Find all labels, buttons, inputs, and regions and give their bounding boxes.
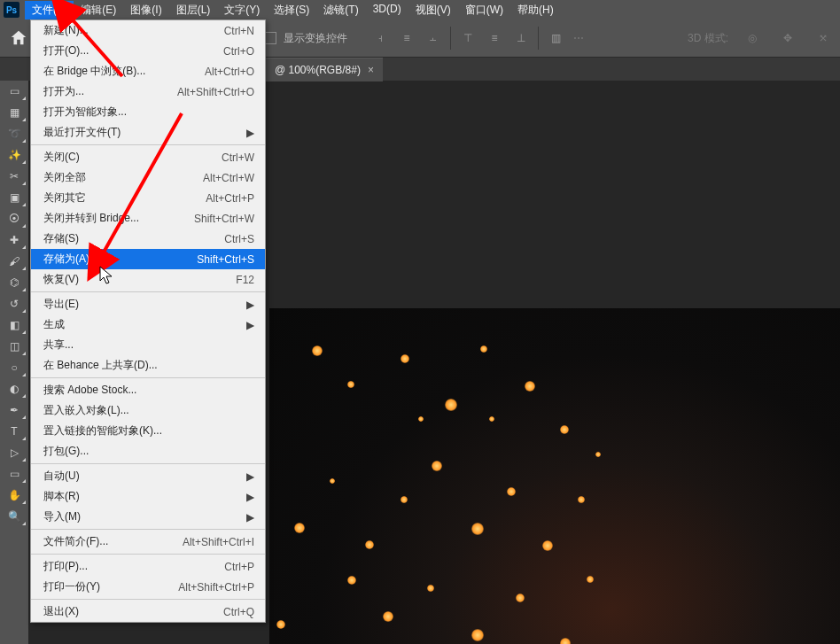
menu-item[interactable]: 打包(G)...: [31, 441, 265, 462]
close-icon[interactable]: ×: [368, 64, 374, 76]
menu-item[interactable]: 关闭其它Alt+Ctrl+P: [31, 188, 265, 208]
history-brush-tool[interactable]: ↺: [2, 294, 27, 314]
spark: [312, 345, 323, 356]
pen-tool[interactable]: ✒: [2, 400, 27, 420]
align-right-icon[interactable]: ⫠: [422, 28, 445, 48]
menu-item[interactable]: 打开为智能对象...: [31, 102, 265, 122]
menu-item[interactable]: 存储(S)Ctrl+S: [31, 229, 265, 249]
menu-window[interactable]: 窗口(W): [458, 1, 510, 19]
dodge-tool[interactable]: ◐: [2, 379, 27, 399]
spark: [578, 496, 585, 503]
menu-item[interactable]: 存储为(A)...Shift+Ctrl+S: [31, 249, 265, 269]
zoom-tool[interactable]: 🔍: [2, 507, 27, 526]
menu-item[interactable]: 打印(P)...Ctrl+P: [31, 556, 265, 577]
menu-separator: [31, 463, 265, 464]
rectangle-tool[interactable]: ▭: [2, 464, 27, 484]
menu-item-label: 新建(N)...: [43, 23, 224, 38]
spark: [595, 452, 601, 457]
flyout-indicator-icon: [22, 97, 26, 100]
eyedropper-tool[interactable]: ⦿: [2, 209, 27, 229]
menu-item-shortcut: Ctrl+N: [224, 25, 254, 37]
more-options-icon[interactable]: ⋯: [567, 28, 590, 48]
menu-image[interactable]: 图像(I): [123, 1, 168, 19]
menu-item[interactable]: 在 Bridge 中浏览(B)...Alt+Ctrl+O: [31, 61, 265, 81]
3d-slide-icon[interactable]: ⤧: [812, 28, 835, 48]
3d-mode-label: 3D 模式:: [688, 31, 728, 46]
menu-edit[interactable]: 编辑(E): [74, 1, 123, 19]
menu-type[interactable]: 文字(Y): [217, 1, 267, 19]
menu-item[interactable]: 关闭并转到 Bridge...Shift+Ctrl+W: [31, 208, 265, 229]
menu-item[interactable]: 在 Behance 上共享(D)...: [31, 355, 265, 376]
menu-item[interactable]: 打开(O)...Ctrl+O: [31, 41, 265, 61]
align-center-h-icon[interactable]: ≡: [395, 28, 418, 48]
menu-item[interactable]: 脚本(R)▶: [31, 486, 265, 507]
brush-tool[interactable]: 🖌: [2, 252, 27, 271]
menu-item-shortcut: Alt+Shift+Ctrl+O: [177, 86, 254, 98]
show-transform-controls-label: 显示变换控件: [284, 31, 347, 46]
menu-item[interactable]: 置入链接的智能对象(K)...: [31, 421, 265, 441]
menu-item-label: 自动(U): [43, 469, 241, 484]
menu-item[interactable]: 导入(M)▶: [31, 507, 265, 527]
frame-tool[interactable]: ▣: [2, 188, 27, 207]
marquee-tool[interactable]: ▦: [2, 103, 27, 122]
menu-item-label: 打开为智能对象...: [43, 105, 254, 120]
menu-layer[interactable]: 图层(L): [169, 1, 218, 19]
3d-orbit-icon[interactable]: ◎: [741, 28, 764, 48]
checkbox[interactable]: [264, 32, 276, 44]
submenu-arrow-icon: ▶: [246, 491, 254, 503]
spark: [383, 611, 393, 622]
stamp-tool[interactable]: ⌬: [2, 273, 27, 292]
type-tool[interactable]: T: [2, 422, 27, 441]
menu-item[interactable]: 置入嵌入对象(L)...: [31, 400, 265, 421]
menu-item[interactable]: 恢复(V)F12: [31, 269, 265, 290]
gradient-tool[interactable]: ◫: [2, 337, 27, 356]
crop-icon: ✂: [10, 170, 19, 182]
3d-pan-icon[interactable]: ✥: [776, 28, 799, 48]
menu-item-label: 置入链接的智能对象(K)...: [43, 423, 254, 438]
eraser-tool[interactable]: ◧: [2, 315, 27, 335]
menu-filter[interactable]: 滤镜(T): [316, 1, 365, 19]
menu-item[interactable]: 打印一份(Y)Alt+Shift+Ctrl+P: [31, 577, 265, 597]
spark: [516, 594, 525, 602]
document-tab[interactable]: @ 100%(RGB/8#) ×: [266, 58, 383, 81]
menu-file[interactable]: 文件(F): [25, 1, 74, 19]
menu-select[interactable]: 选择(S): [267, 1, 316, 19]
menu-item[interactable]: 搜索 Adobe Stock...: [31, 380, 265, 400]
menu-item[interactable]: 共享...: [31, 335, 265, 355]
document-title: @ 100%(RGB/8#): [275, 64, 361, 76]
menu-3d[interactable]: 3D(D): [366, 1, 408, 19]
align-left-icon[interactable]: ⫞: [369, 28, 392, 48]
artboard-tool[interactable]: ▭: [2, 81, 27, 101]
home-icon[interactable]: [5, 25, 32, 51]
menu-item[interactable]: 自动(U)▶: [31, 466, 265, 486]
menu-item[interactable]: 关闭(C)Ctrl+W: [31, 147, 265, 167]
flyout-indicator-icon: [22, 437, 26, 440]
menu-item[interactable]: 关闭全部Alt+Ctrl+W: [31, 167, 265, 188]
blur-tool[interactable]: ○: [2, 358, 27, 377]
menu-item[interactable]: 生成▶: [31, 314, 265, 335]
hand-tool[interactable]: ✋: [2, 485, 27, 505]
menu-item-label: 关闭并转到 Bridge...: [43, 211, 194, 226]
menu-item[interactable]: 打开为...Alt+Shift+Ctrl+O: [31, 81, 265, 102]
align-bottom-icon[interactable]: ⊥: [509, 28, 533, 48]
magic-wand-tool[interactable]: ✨: [2, 145, 27, 165]
menu-item-label: 脚本(R): [43, 489, 241, 504]
menu-item[interactable]: 退出(X)Ctrl+Q: [31, 601, 265, 622]
menu-item[interactable]: 新建(N)...Ctrl+N: [31, 20, 265, 41]
distribute-icon[interactable]: ▥: [544, 28, 567, 48]
menu-view[interactable]: 视图(V): [408, 1, 458, 19]
menu-item-label: 置入嵌入对象(L)...: [43, 403, 254, 418]
menu-help[interactable]: 帮助(H): [510, 1, 561, 19]
lasso-tool[interactable]: ➰: [2, 124, 27, 144]
menu-item[interactable]: 导出(E)▶: [31, 294, 265, 314]
align-top-icon[interactable]: ⊤: [456, 28, 479, 48]
menu-separator: [31, 599, 265, 600]
submenu-arrow-icon: ▶: [246, 470, 254, 483]
spark: [294, 523, 305, 533]
healing-tool[interactable]: ✚: [2, 230, 27, 250]
align-middle-v-icon[interactable]: ≡: [483, 28, 506, 48]
crop-tool[interactable]: ✂: [2, 167, 27, 186]
menu-item[interactable]: 最近打开文件(T)▶: [31, 122, 265, 143]
path-select-tool[interactable]: ▷: [2, 443, 27, 462]
menu-item[interactable]: 文件简介(F)...Alt+Shift+Ctrl+I: [31, 531, 265, 552]
